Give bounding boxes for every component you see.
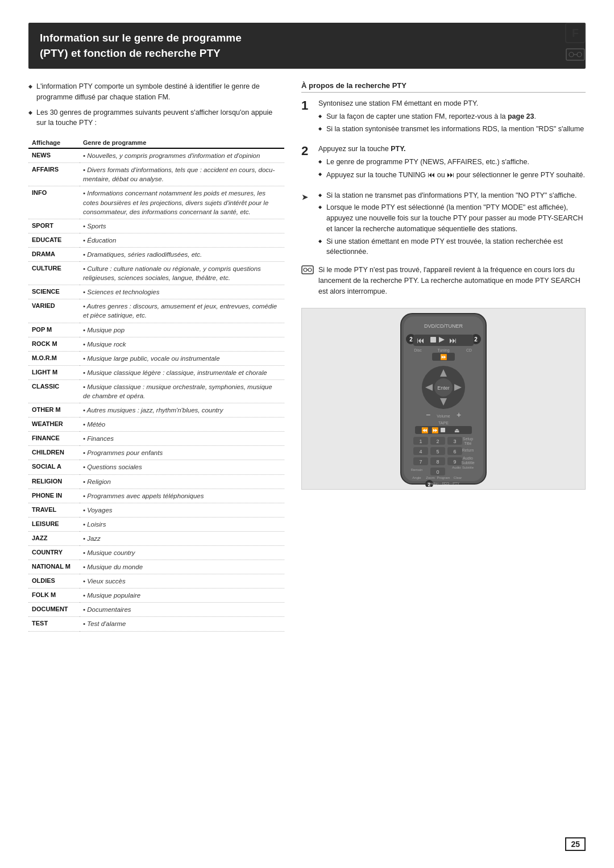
svg-text:Angle: Angle <box>412 476 421 479</box>
table-row: M.O.R.M• Musique large public, vocale ou… <box>28 351 284 365</box>
pty-label-cell: AFFAIRS <box>28 163 80 186</box>
table-row: ROCK M• Musique rock <box>28 337 284 351</box>
svg-text:TAPE: TAPE <box>438 421 449 425</box>
svg-text:Subtitle: Subtitle <box>462 466 474 469</box>
svg-point-5 <box>304 268 307 272</box>
step-1-main: Syntonisez une station FM émettant en mo… <box>318 98 586 109</box>
svg-point-2 <box>577 52 582 57</box>
pty-desc-cell: • Éducation <box>80 233 284 247</box>
pty-desc-cell: • Sports <box>80 219 284 233</box>
pty-label: PTY. <box>391 145 405 153</box>
f-icon: F <box>565 23 586 43</box>
table-row: AFFAIRS• Divers formats d'informations, … <box>28 163 284 186</box>
step-1-sub2: Si la station syntonisée transmet les in… <box>318 124 586 135</box>
svg-text:Audio: Audio <box>463 456 473 460</box>
pty-label-cell: M.O.R.M <box>28 351 80 365</box>
pty-desc-cell: • Informations concernant notamment les … <box>80 186 284 219</box>
svg-text:DVD/CD/TUNER: DVD/CD/TUNER <box>424 323 463 329</box>
table-row: EDUCATE• Éducation <box>28 233 284 247</box>
note-block-2: Si le mode PTY n'est pas trouvé, l'appar… <box>301 265 586 299</box>
svg-text:4: 4 <box>419 449 422 454</box>
svg-text:⏮: ⏮ <box>417 336 425 345</box>
table-row: JAZZ• Jazz <box>28 531 284 545</box>
note-2-content: Si le mode PTY n'est pas trouvé, l'appar… <box>318 265 586 299</box>
svg-text:8: 8 <box>436 459 439 465</box>
table-row: NEWS• Nouvelles, y compris programmes d'… <box>28 148 284 163</box>
pty-label-cell: ROCK M <box>28 337 80 351</box>
pty-desc-cell: • Musique large public, vocale ou instru… <box>80 351 284 365</box>
pty-desc-cell: • Jazz <box>80 531 284 545</box>
next-icon: ⏭ <box>447 170 454 179</box>
pty-label-cell: FOLK M <box>28 589 80 603</box>
svg-text:9: 9 <box>453 459 456 465</box>
pty-label-cell: INFO <box>28 186 80 219</box>
svg-text:6: 6 <box>453 449 456 454</box>
pty-label-cell: WEATHER <box>28 418 80 432</box>
svg-text:2: 2 <box>436 439 439 444</box>
table-row: POP M• Musique pop <box>28 323 284 337</box>
pty-desc-cell: • Test d'alarme <box>80 617 284 631</box>
svg-point-1 <box>569 52 574 57</box>
svg-text:Audio: Audio <box>452 466 461 469</box>
pty-desc-cell: • Loisirs <box>80 517 284 531</box>
svg-text:⏩: ⏩ <box>432 427 439 434</box>
pty-label-cell: PHONE IN <box>28 489 80 503</box>
pty-desc-cell: • Questions sociales <box>80 460 284 474</box>
step-2-content: Appuyez sur la touche PTY. Le genre de p… <box>318 144 586 182</box>
pty-label-cell: TEST <box>28 617 80 631</box>
svg-text:7: 7 <box>419 459 422 465</box>
pty-desc-cell: • Musique rock <box>80 337 284 351</box>
tape-icon <box>565 47 586 66</box>
pty-desc-cell: • Dramatiques, séries radiodiffusées, et… <box>80 247 284 261</box>
recorder-icon <box>301 265 314 279</box>
svg-text:2: 2 <box>409 336 413 343</box>
pty-label-cell: TRAVEL <box>28 503 80 517</box>
pty-desc-cell: • Musique pop <box>80 323 284 337</box>
table-row: SOCIAL A• Questions sociales <box>28 460 284 474</box>
arrow-icon: ➤ <box>301 191 314 204</box>
pty-label-cell: SCIENCE <box>28 285 80 299</box>
table-row: SPORT• Sports <box>28 219 284 233</box>
svg-text:Volume: Volume <box>437 414 450 418</box>
svg-text:Subtitle: Subtitle <box>461 461 474 465</box>
svg-text:Clear: Clear <box>454 476 462 479</box>
page-title: Information sur le genre de programme (P… <box>40 31 574 61</box>
svg-text:⏪: ⏪ <box>421 427 429 434</box>
pty-label-cell: JAZZ <box>28 531 80 545</box>
table-row: WEATHER• Météo <box>28 418 284 432</box>
svg-text:⏏: ⏏ <box>454 427 459 433</box>
svg-rect-17 <box>430 337 436 343</box>
step-1: 1 Syntonisez une station FM émettant en … <box>301 98 586 136</box>
step-1-number: 1 <box>301 99 313 112</box>
table-row: SCIENCE• Sciences et technologies <box>28 285 284 299</box>
svg-text:Tuning: Tuning <box>437 348 449 353</box>
pty-label-cell: LEISURE <box>28 517 80 531</box>
svg-text:Setup: Setup <box>463 437 473 441</box>
svg-text:CD: CD <box>466 348 472 352</box>
note-1-sub1: Si la station ne transmet pas d'informat… <box>318 190 586 201</box>
pty-desc-cell: • Musique country <box>80 546 284 560</box>
pty-desc-cell: • Autres genres : discours, amusement et… <box>80 299 284 323</box>
svg-text:⏭: ⏭ <box>449 336 457 345</box>
svg-text:5: 5 <box>436 449 439 454</box>
col-affichage-header: Affichage <box>28 137 80 148</box>
svg-text:Title: Title <box>464 441 472 445</box>
col-genre-header: Genre de programme <box>80 137 284 148</box>
prev-icon: ⏮ <box>428 170 435 179</box>
pty-desc-cell: • Finances <box>80 432 284 446</box>
step-2-sub1: Le genre de programme PTY (NEWS, AFFAIRE… <box>318 157 586 168</box>
pty-label-cell: LIGHT M <box>28 365 80 379</box>
svg-text:0: 0 <box>436 469 439 475</box>
intro-section: L'information PTY comporte un symbole de… <box>28 81 284 128</box>
table-row: DOCUMENT• Documentaires <box>28 603 284 617</box>
table-row: DRAMA• Dramatiques, séries radiodiffusée… <box>28 247 284 261</box>
table-row: NATIONAL M• Musique du monde <box>28 560 284 574</box>
pty-label-cell: SOCIAL A <box>28 460 80 474</box>
table-row: TEST• Test d'alarme <box>28 617 284 631</box>
pty-label-cell: EDUCATE <box>28 233 80 247</box>
pty-label-cell: CLASSIC <box>28 379 80 403</box>
table-row: CULTURE• Culture : culture nationale ou … <box>28 262 284 285</box>
svg-text:Program: Program <box>437 476 450 479</box>
step-2-main: Appuyez sur la touche PTY. <box>318 144 586 155</box>
table-row: TRAVEL• Voyages <box>28 503 284 517</box>
